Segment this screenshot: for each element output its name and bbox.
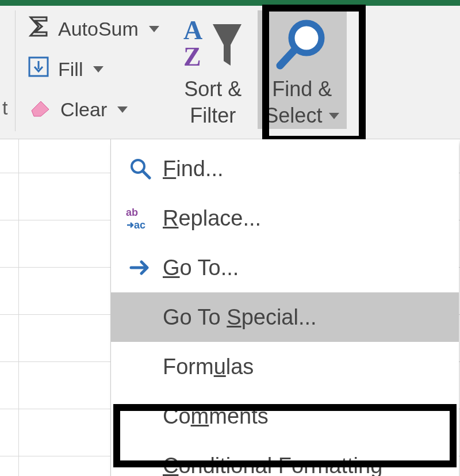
search-icon: [118, 156, 163, 181]
sort-filter-label-line2: Filter: [190, 102, 236, 129]
eraser-icon: [27, 96, 52, 123]
fill-down-icon: [27, 55, 50, 83]
menu-item-label: Formulas: [163, 355, 254, 379]
menu-item-find[interactable]: Find...: [111, 144, 459, 193]
fill-button[interactable]: Fill: [27, 54, 159, 84]
app-titlebar-strip: [0, 0, 460, 6]
cutoff-control: t: [0, 10, 16, 131]
menu-item-goto[interactable]: Go To...: [111, 243, 459, 292]
clear-button[interactable]: Clear: [27, 94, 159, 124]
menu-item-label: Comments: [163, 404, 269, 429]
find-select-button[interactable]: Find & Select: [258, 10, 347, 129]
autosum-button[interactable]: AutoSum: [27, 14, 159, 44]
svg-text:ab: ab: [126, 207, 138, 218]
autosum-label: AutoSum: [58, 18, 139, 40]
magnifier-icon: [258, 14, 347, 76]
svg-text:A: A: [183, 16, 202, 45]
menu-item-conditional-formatting[interactable]: Conditional Formatting: [111, 441, 459, 476]
menu-item-comments[interactable]: Comments: [111, 391, 459, 441]
svg-text:Z: Z: [183, 42, 201, 71]
svg-line-6: [143, 171, 150, 178]
arrow-right-icon: [118, 255, 163, 280]
sort-filter-button[interactable]: A Z Sort & Filter: [168, 10, 258, 129]
menu-item-label: Go To...: [163, 256, 239, 280]
clear-label: Clear: [60, 98, 107, 121]
menu-item-goto-special[interactable]: Go To Special...: [111, 292, 459, 342]
fill-label: Fill: [58, 58, 83, 81]
dropdown-caret-icon: [117, 106, 128, 113]
menu-item-label: Conditional Formatting: [163, 454, 382, 477]
find-select-dropdown-menu: Find... ab ac Replace... Go To... Go: [110, 139, 459, 476]
sigma-icon: [27, 15, 50, 43]
menu-item-label: Find...: [163, 157, 224, 181]
menu-item-label: Go To Special...: [163, 305, 317, 330]
find-select-label-line2: Select: [264, 102, 322, 129]
replace-icon: ab ac: [118, 205, 163, 231]
menu-item-formulas[interactable]: Formulas: [111, 342, 459, 391]
menu-item-label: Replace...: [163, 206, 261, 231]
ribbon-home-editing-group: t AutoSum Fill: [0, 6, 460, 139]
svg-text:ac: ac: [134, 219, 145, 231]
worksheet-grid[interactable]: Find... ab ac Replace... Go To... Go: [0, 139, 460, 476]
sort-filter-icon: A Z: [168, 14, 258, 76]
dropdown-caret-icon: [149, 26, 159, 32]
svg-line-4: [280, 49, 295, 66]
menu-item-replace[interactable]: ab ac Replace...: [111, 193, 459, 243]
dropdown-caret-icon: [93, 66, 103, 73]
sort-filter-label-line1: Sort &: [168, 76, 258, 102]
find-select-label-line1: Find &: [258, 76, 347, 102]
dropdown-caret-icon: [329, 113, 339, 119]
